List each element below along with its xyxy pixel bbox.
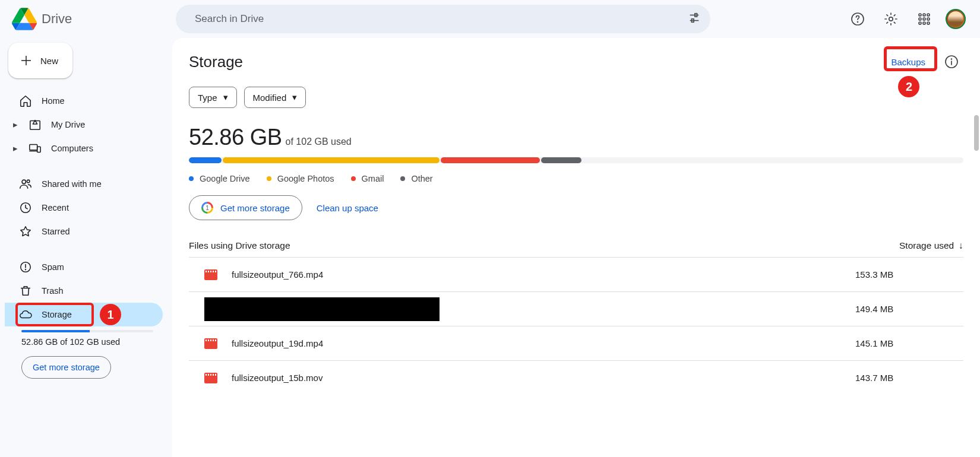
people-icon [19, 177, 32, 191]
file-size: 143.7 MB [855, 373, 962, 383]
clean-up-space-link[interactable]: Clean up space [317, 203, 378, 213]
sidebar-storage-bar [21, 330, 153, 332]
svg-point-25 [27, 180, 30, 183]
sidebar-item-trash[interactable]: Trash [5, 279, 163, 303]
sidebar-item-label: Trash [42, 286, 64, 296]
star-icon [19, 225, 32, 238]
chevron-right-icon[interactable]: ▸ [12, 120, 19, 129]
chip-label: Modified [253, 93, 287, 103]
file-row[interactable]: fullsizeoutput_15b.mov143.7 MB [189, 360, 963, 395]
sidebar-item-label: Spam [42, 262, 64, 272]
svg-point-12 [919, 18, 921, 20]
file-size: 149.4 MB [855, 304, 962, 314]
svg-point-7 [858, 22, 858, 23]
main-content: Storage Backups 2 Type▾ Modified▾ 52.86 … [172, 38, 980, 457]
sidebar-item-label: Home [42, 96, 65, 106]
sidebar-item-label: My Drive [51, 120, 85, 129]
search-input[interactable] [195, 13, 678, 25]
svg-rect-20 [30, 121, 40, 130]
sidebar-storage-text: 52.86 GB of 102 GB used [5, 337, 163, 347]
file-name: fullsizeoutput_15b.mov [232, 373, 855, 383]
file-row[interactable]: fullsizeoutput_19d.mp4145.1 MB [189, 326, 963, 360]
legend-label: Google Photos [277, 174, 334, 183]
sidebar-item-spam[interactable]: Spam [5, 255, 163, 279]
svg-point-16 [923, 22, 925, 24]
sidebar-item-label: Storage [42, 310, 72, 319]
sidebar-item-label: Shared with me [42, 179, 102, 189]
sidebar-item-recent[interactable]: Recent [5, 196, 163, 220]
svg-point-13 [923, 18, 925, 20]
sidebar-item-starred[interactable]: Starred [5, 220, 163, 243]
plus-icon [19, 53, 33, 68]
svg-point-24 [22, 180, 26, 183]
trash-icon [19, 284, 32, 297]
backups-link[interactable]: Backups [889, 53, 928, 71]
google-one-icon [201, 202, 213, 214]
storage-used-suffix: of 102 GB used [286, 137, 352, 147]
scrollbar-thumb[interactable] [974, 115, 979, 151]
svg-point-9 [919, 14, 921, 16]
chevron-right-icon[interactable]: ▸ [12, 144, 19, 153]
page-title: Storage [189, 53, 243, 71]
get-more-storage-button[interactable]: Get more storage [189, 195, 302, 220]
cloud-icon [19, 308, 32, 321]
home-icon [19, 94, 32, 107]
search-bar[interactable] [176, 5, 710, 33]
apps-grid-icon[interactable] [912, 7, 936, 31]
svg-rect-23 [37, 147, 40, 152]
settings-gear-icon[interactable] [879, 7, 903, 31]
legend-label: Gmail [362, 174, 384, 183]
svg-point-15 [919, 22, 921, 24]
video-file-icon [204, 338, 217, 349]
file-name: fullsizeoutput_19d.mp4 [232, 338, 855, 348]
svg-point-32 [951, 59, 952, 59]
search-options-icon[interactable] [688, 11, 701, 27]
devices-icon [29, 142, 42, 155]
storage-usage-bar [189, 157, 963, 163]
sidebar-item-shared[interactable]: Shared with me [5, 172, 163, 196]
sidebar-item-label: Computers [51, 144, 93, 153]
filter-chip-type[interactable]: Type▾ [189, 87, 237, 108]
sidebar-item-computers[interactable]: ▸ Computers [5, 137, 163, 160]
files-list-title: Files using Drive storage [189, 240, 290, 251]
sidebar-item-label: Starred [42, 227, 70, 236]
legend-label: Other [411, 174, 432, 183]
file-size: 153.3 MB [855, 269, 962, 280]
drive-logo-icon [12, 8, 37, 30]
file-list: fullsizeoutput_766.mp4153.3 MB149.4 MBfu… [189, 257, 963, 395]
info-icon[interactable] [940, 50, 963, 74]
redacted-block [204, 297, 440, 321]
sidebar: New Home ▸ My Drive ▸ Computers Shared w… [0, 38, 172, 457]
app-name: Drive [42, 11, 72, 27]
sidebar-item-my-drive[interactable]: ▸ My Drive [5, 113, 163, 137]
sidebar-get-more-button[interactable]: Get more storage [21, 356, 111, 379]
sidebar-item-label: Recent [42, 203, 69, 212]
file-name: fullsizeoutput_766.mp4 [232, 269, 855, 280]
arrow-down-icon: ↓ [959, 240, 963, 251]
chevron-down-icon: ▾ [223, 92, 228, 103]
svg-rect-21 [30, 145, 37, 150]
file-size: 145.1 MB [855, 338, 962, 348]
new-button-label: New [40, 56, 58, 66]
chip-label: Type [198, 93, 217, 103]
new-button[interactable]: New [8, 43, 72, 78]
annotation-badge-1: 1 [100, 304, 121, 325]
sidebar-item-home[interactable]: Home [5, 89, 163, 113]
svg-point-8 [889, 17, 893, 21]
spam-icon [19, 261, 32, 274]
legend-label: Google Drive [200, 174, 250, 183]
file-row[interactable]: fullsizeoutput_766.mp4153.3 MB [189, 257, 963, 291]
logo-block[interactable]: Drive [5, 8, 171, 30]
svg-point-17 [927, 22, 930, 24]
help-icon[interactable] [846, 7, 870, 31]
account-avatar[interactable] [946, 9, 966, 29]
file-row[interactable]: 149.4 MB [189, 291, 963, 326]
video-file-icon [204, 373, 217, 383]
button-label: Get more storage [220, 203, 290, 213]
sort-label: Storage used [899, 240, 954, 251]
storage-legend: Google Drive Google Photos Gmail Other [189, 174, 963, 183]
chevron-down-icon: ▾ [292, 92, 297, 103]
filter-chip-modified[interactable]: Modified▾ [244, 87, 306, 108]
sidebar-item-storage[interactable]: Storage 1 [5, 303, 163, 326]
sort-header[interactable]: Storage used ↓ [899, 240, 963, 251]
